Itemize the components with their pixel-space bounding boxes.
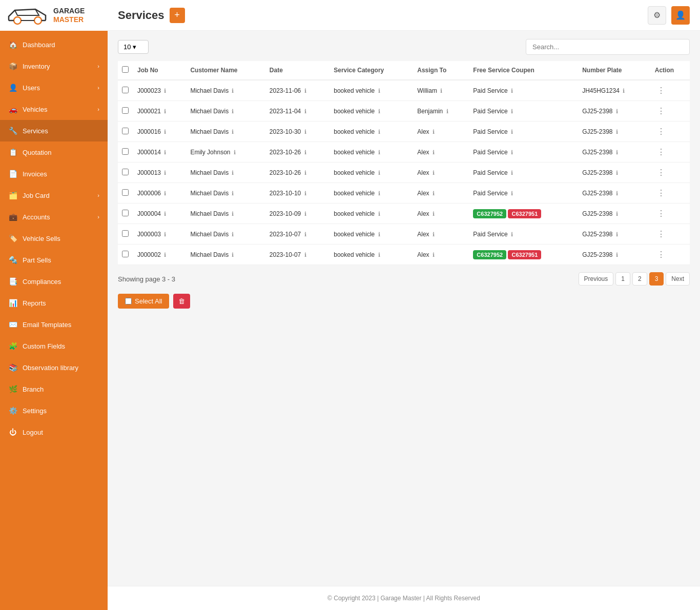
sidebar-item-dashboard[interactable]: 🏠 Dashboard <box>0 34 108 55</box>
info-icon: ℹ <box>616 252 618 258</box>
search-input[interactable] <box>526 39 690 55</box>
sidebar-item-branch[interactable]: 🌿 Branch <box>0 378 108 400</box>
sidebar-item-compliances[interactable]: 📑 Compliances <box>0 271 108 292</box>
action-menu-icon[interactable]: ⋮ <box>655 209 667 218</box>
assign-cell: Alex ℹ <box>413 121 469 142</box>
chevron-right-icon: › <box>97 106 99 112</box>
per-page-dropdown[interactable]: 10 ▾ <box>118 40 149 54</box>
sidebar-item-services[interactable]: 🔧 Services <box>0 120 108 141</box>
action-menu-icon[interactable]: ⋮ <box>655 188 667 198</box>
sidebar-item-logout[interactable]: ⏻ Logout <box>0 421 108 443</box>
info-icon: ℹ <box>304 211 306 217</box>
settings-gear-button[interactable]: ⚙ <box>648 6 666 25</box>
customer-cell: Emily Johnson ℹ <box>186 142 265 162</box>
info-icon: ℹ <box>616 190 618 196</box>
row-checkbox-3[interactable] <box>122 148 129 155</box>
sidebar-label-users: Users <box>23 84 40 92</box>
plate-cell: GJ25-2398 ℹ <box>578 204 651 224</box>
action-cell[interactable]: ⋮ <box>651 80 690 101</box>
pagination-page-3[interactable]: 3 <box>649 272 664 286</box>
sidebar-label-settings: Settings <box>23 407 47 415</box>
plate-cell: GJ25-2398 ℹ <box>578 142 651 162</box>
pagination: Previous123Next <box>579 272 690 286</box>
chevron-right-icon: › <box>97 63 99 69</box>
date-cell: 2023-10-09 ℹ <box>265 204 330 224</box>
info-icon: ℹ <box>378 149 380 155</box>
assign-cell: Alex ℹ <box>413 162 469 183</box>
action-cell[interactable]: ⋮ <box>651 101 690 121</box>
info-icon: ℹ <box>378 108 380 114</box>
action-menu-icon[interactable]: ⋮ <box>655 147 667 157</box>
action-cell[interactable]: ⋮ <box>651 204 690 224</box>
info-icon: ℹ <box>232 252 234 258</box>
action-cell[interactable]: ⋮ <box>651 121 690 142</box>
info-icon: ℹ <box>511 88 513 94</box>
plate-cell: JH45HG1234 ℹ <box>578 80 651 101</box>
select-all-checkbox[interactable] <box>122 66 129 73</box>
category-cell: booked vehicle ℹ <box>330 204 413 224</box>
info-icon: ℹ <box>511 108 513 114</box>
sidebar: GARAGE MASTER 🏠 Dashboard 📦 Inventory › … <box>0 0 108 610</box>
select-all-button[interactable]: Select All <box>118 294 169 309</box>
action-menu-icon[interactable]: ⋮ <box>655 106 667 116</box>
sidebar-item-vehicles[interactable]: 🚗 Vehicles › <box>0 98 108 120</box>
row-checkbox-0[interactable] <box>122 87 129 93</box>
coupon-cell: Paid Service ℹ <box>469 121 578 142</box>
sidebar-label-observation-library: Observation library <box>23 364 78 372</box>
action-menu-icon[interactable]: ⋮ <box>655 86 667 95</box>
row-checkbox-6[interactable] <box>122 210 129 216</box>
sidebar-item-email-templates[interactable]: ✉️ Email Templates <box>0 314 108 335</box>
sidebar-item-reports[interactable]: 📊 Reports <box>0 292 108 314</box>
sidebar-item-settings[interactable]: ⚙️ Settings <box>0 400 108 421</box>
sidebar-item-custom-fields[interactable]: 🧩 Custom Fields <box>0 335 108 357</box>
row-checkbox-7[interactable] <box>122 230 129 237</box>
action-cell[interactable]: ⋮ <box>651 183 690 204</box>
sidebar-item-observation-library[interactable]: 📚 Observation library <box>0 357 108 378</box>
row-checkbox-5[interactable] <box>122 189 129 196</box>
col-date: Date <box>265 61 330 80</box>
action-cell[interactable]: ⋮ <box>651 224 690 245</box>
action-menu-icon[interactable]: ⋮ <box>655 250 667 259</box>
row-checkbox-4[interactable] <box>122 169 129 175</box>
pagination-next[interactable]: Next <box>666 272 690 286</box>
row-checkbox-8[interactable] <box>122 251 129 257</box>
assign-cell: Alex ℹ <box>413 224 469 245</box>
info-icon: ℹ <box>616 108 618 114</box>
sidebar-item-part-sells[interactable]: 🔩 Part Sells <box>0 249 108 271</box>
job-no-cell: J000014 ℹ <box>133 142 186 162</box>
action-menu-icon[interactable]: ⋮ <box>655 229 667 239</box>
table-toolbar: 10 ▾ <box>118 39 690 55</box>
info-icon: ℹ <box>378 231 380 237</box>
inventory-icon: 📦 <box>8 62 17 71</box>
sidebar-item-inventory[interactable]: 📦 Inventory › <box>0 55 108 77</box>
plate-cell: GJ25-2398 ℹ <box>578 121 651 142</box>
pagination-previous[interactable]: Previous <box>579 272 614 286</box>
action-cell[interactable]: ⋮ <box>651 142 690 162</box>
action-cell[interactable]: ⋮ <box>651 245 690 265</box>
info-icon: ℹ <box>304 108 306 114</box>
action-cell[interactable]: ⋮ <box>651 162 690 183</box>
add-service-button[interactable]: + <box>170 8 185 23</box>
row-checkbox-2[interactable] <box>122 128 129 134</box>
sidebar-item-vehicle-sells[interactable]: 🏷️ Vehicle Sells <box>0 228 108 249</box>
delete-selected-button[interactable]: 🗑 <box>173 294 190 309</box>
sidebar-item-accounts[interactable]: 💼 Accounts › <box>0 206 108 228</box>
sidebar-item-users[interactable]: 👤 Users › <box>0 77 108 98</box>
action-menu-icon[interactable]: ⋮ <box>655 127 667 136</box>
sidebar-label-branch: Branch <box>23 385 44 393</box>
select-all-checkbox-btn[interactable] <box>125 298 132 304</box>
info-icon: ℹ <box>232 211 234 217</box>
pagination-page-2[interactable]: 2 <box>632 272 647 286</box>
sidebar-item-job-card[interactable]: 🗂️ Job Card › <box>0 185 108 206</box>
sidebar-label-invoices: Invoices <box>23 170 47 178</box>
user-profile-button[interactable]: 👤 <box>671 6 690 25</box>
row-checkbox-1[interactable] <box>122 107 129 114</box>
action-menu-icon[interactable]: ⋮ <box>655 168 667 177</box>
sidebar-item-invoices[interactable]: 📄 Invoices <box>0 163 108 185</box>
info-icon: ℹ <box>164 211 166 217</box>
sidebar-item-quotation[interactable]: 📋 Quotation <box>0 141 108 163</box>
pagination-page-1[interactable]: 1 <box>615 272 630 286</box>
info-icon: ℹ <box>616 211 618 217</box>
job-no-cell: J000002 ℹ <box>133 245 186 265</box>
info-icon: ℹ <box>378 252 380 258</box>
